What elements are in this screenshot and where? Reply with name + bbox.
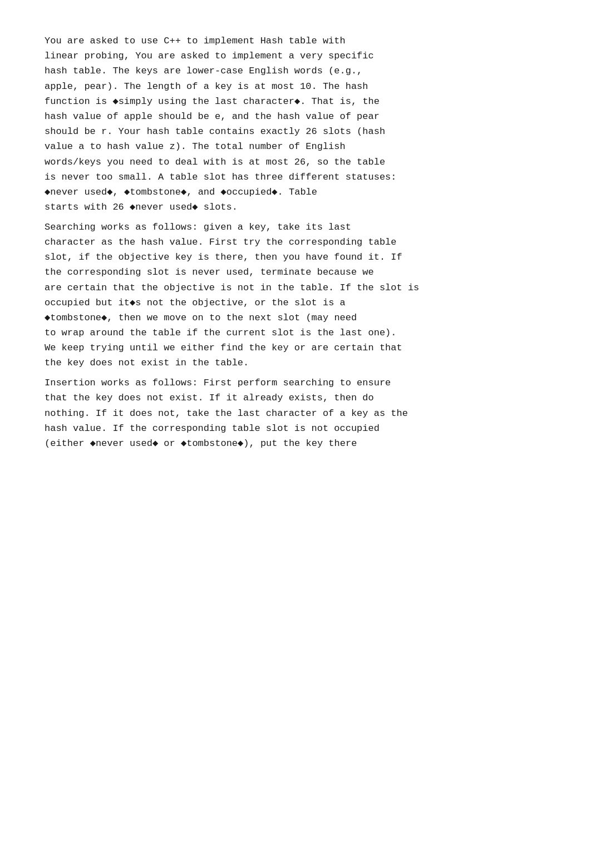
paragraph-1: You are asked to use C++ to implement Ha…	[45, 33, 545, 215]
diamond-close-5: ◆	[192, 202, 198, 212]
diamond-open-3: ◆	[124, 187, 130, 197]
diamond-close-8: ◆	[152, 438, 158, 449]
diamond-close-4: ◆	[272, 187, 277, 197]
paragraph-3: Insertion works as follows: First perfor…	[45, 375, 545, 451]
diamond-open-6: ◆	[130, 297, 135, 308]
diamond-close-7: ◆	[101, 313, 107, 323]
diamond-open-8: ◆	[90, 438, 96, 449]
diamond-close-3: ◆	[181, 187, 186, 197]
diamond-open-2: ◆	[45, 187, 50, 197]
page-container: You are asked to use C++ to implement Ha…	[0, 0, 591, 868]
diamond-open-1: ◆	[112, 96, 118, 107]
paragraph-2: Searching works as follows: given a key,…	[45, 220, 545, 371]
diamond-open-7: ◆	[45, 313, 50, 323]
diamond-close-2: ◆	[107, 187, 112, 197]
diamond-close-9: ◆	[238, 438, 243, 449]
diamond-open-9: ◆	[181, 438, 186, 449]
content-area: You are asked to use C++ to implement Ha…	[45, 33, 545, 451]
diamond-open-5: ◆	[130, 202, 135, 212]
diamond-open-4: ◆	[220, 187, 226, 197]
diamond-close-1: ◆	[294, 96, 300, 107]
